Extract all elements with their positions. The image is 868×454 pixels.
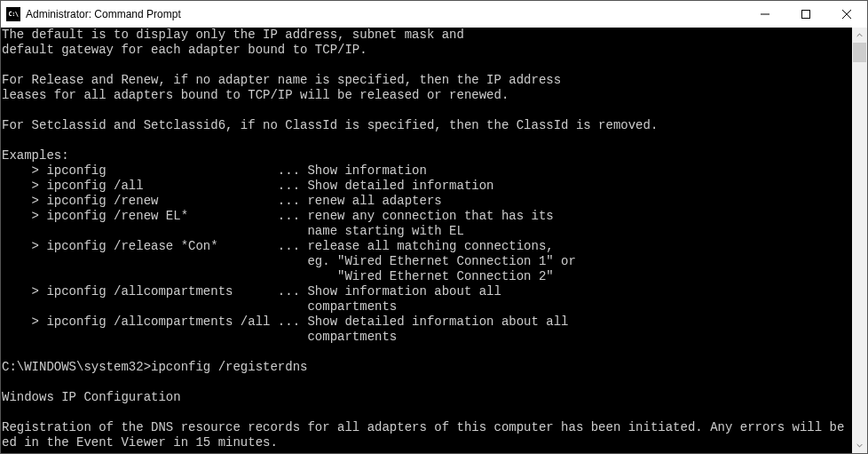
client-area: The default is to display only the IP ad…	[1, 28, 867, 453]
titlebar[interactable]: Administrator: Command Prompt	[1, 1, 867, 28]
maximize-button[interactable]	[785, 1, 826, 28]
close-icon	[842, 10, 851, 19]
minimize-button[interactable]	[745, 1, 785, 28]
terminal-output[interactable]: The default is to display only the IP ad…	[1, 28, 852, 453]
window-title: Administrator: Command Prompt	[26, 8, 745, 20]
window-frame: Administrator: Command Prompt The defaul…	[0, 0, 868, 454]
chevron-down-icon	[856, 442, 863, 449]
close-button[interactable]	[826, 1, 867, 28]
minimize-icon	[761, 10, 769, 19]
maximize-icon	[801, 10, 810, 19]
window-controls	[745, 1, 867, 28]
scroll-down-button[interactable]	[852, 438, 867, 453]
vertical-scrollbar[interactable]	[852, 28, 867, 453]
svg-rect-0	[802, 11, 810, 19]
scroll-track[interactable]	[852, 43, 867, 438]
cmd-icon	[6, 7, 20, 21]
scroll-up-button[interactable]	[852, 28, 867, 43]
scroll-thumb[interactable]	[853, 43, 866, 62]
chevron-up-icon	[856, 32, 863, 38]
